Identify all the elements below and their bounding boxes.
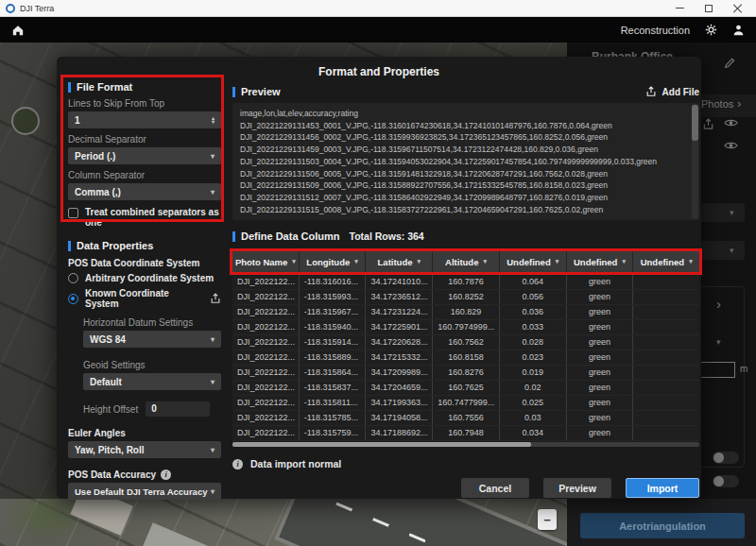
preview-line: DJI_20221229131509_0006_V.JPG,-118.31588… bbox=[240, 179, 684, 192]
column-header-label: Latitude bbox=[378, 257, 413, 267]
table-hscrollbar-track[interactable] bbox=[232, 442, 699, 447]
preview-scrollbar-thumb[interactable] bbox=[692, 105, 698, 141]
add-file-button[interactable]: Add File bbox=[645, 86, 699, 97]
chevron-down-icon: ▾ bbox=[354, 258, 358, 265]
table-cell: 34.17231224... bbox=[366, 305, 433, 319]
column-separator-select[interactable]: Comma (,) ▾ bbox=[68, 183, 221, 200]
pos-accuracy-select[interactable]: Use Default DJI Terra Accuracy ▾ bbox=[68, 483, 221, 500]
table-cell: 160.829 bbox=[433, 305, 500, 319]
table-cell: DJI_2022122... bbox=[232, 305, 300, 319]
table-row: DJI_2022122...-118.315759...34.17188692.… bbox=[232, 426, 699, 441]
table-cell: 0.02 bbox=[500, 381, 567, 395]
file-format-section-title: File Format bbox=[68, 81, 221, 93]
pos-accuracy-value: Use Default DJI Terra Accuracy bbox=[75, 486, 207, 497]
aerotriangulation-button[interactable]: Aerotriangulation bbox=[580, 513, 745, 538]
table-cell: 160.7948 bbox=[433, 426, 500, 440]
zoom-out-button[interactable]: − bbox=[538, 509, 557, 530]
column-separator-value: Comma (,) bbox=[75, 187, 121, 197]
column-header-dropdown[interactable]: Undefined▾ bbox=[567, 251, 634, 272]
table-cell: 0.034 bbox=[500, 426, 567, 440]
table-hscrollbar-thumb[interactable] bbox=[232, 442, 531, 447]
table-cell: green bbox=[567, 350, 634, 365]
table-cell: DJI_2022122... bbox=[232, 275, 300, 289]
table-cell bbox=[633, 290, 699, 304]
status-text: Data import normal bbox=[250, 458, 341, 469]
known-coordinate-radio[interactable] bbox=[68, 294, 78, 304]
chevron-down-icon: ▾ bbox=[483, 258, 487, 265]
lines-to-skip-stepper[interactable]: 1 ▴▾ bbox=[68, 111, 221, 128]
table-cell: DJI_2022122... bbox=[232, 366, 300, 380]
table-cell: -118.316016... bbox=[300, 275, 367, 289]
decimal-separator-value: Period (.) bbox=[75, 151, 115, 162]
window-titlebar: DJI Terra bbox=[0, 0, 756, 17]
lines-to-skip-label: Lines to Skip From Top bbox=[68, 98, 221, 109]
settings-gear-icon[interactable] bbox=[705, 24, 717, 36]
table-row: DJI_2022122...-118.315914...34.17220628.… bbox=[232, 335, 699, 350]
height-offset-input[interactable]: 0 bbox=[146, 401, 210, 417]
table-cell: 0.033 bbox=[500, 320, 567, 334]
column-header-dropdown[interactable]: Altitude▾ bbox=[433, 251, 500, 272]
import-button[interactable]: Import bbox=[626, 478, 699, 498]
table-cell: 0.019 bbox=[500, 366, 567, 380]
euler-angles-select[interactable]: Yaw, Pitch, Roll ▾ bbox=[68, 441, 221, 458]
table-cell: -118.315993... bbox=[300, 290, 367, 304]
preview-button[interactable]: Preview bbox=[543, 478, 611, 498]
table-cell bbox=[633, 366, 699, 380]
horizontal-datum-value: WGS 84 bbox=[90, 334, 126, 345]
close-icon[interactable] bbox=[733, 4, 743, 13]
stepper-arrows-icon[interactable]: ▴▾ bbox=[212, 116, 215, 125]
decimal-separator-select[interactable]: Period (.) ▾ bbox=[68, 147, 221, 164]
geoid-settings-select[interactable]: Default ▾ bbox=[83, 373, 221, 390]
combined-separators-checkbox[interactable] bbox=[68, 208, 78, 218]
table-cell: 34.17194058... bbox=[366, 411, 433, 425]
maximize-icon[interactable] bbox=[705, 5, 713, 12]
arbitrary-coordinate-radio[interactable] bbox=[68, 273, 78, 283]
add-file-label: Add File bbox=[662, 87, 699, 97]
table-cell: green bbox=[567, 411, 634, 425]
chevron-down-icon: ▾ bbox=[211, 335, 215, 344]
table-row: DJI_2022122...-118.315864...34.17209989.… bbox=[232, 366, 699, 381]
import-coordinate-icon[interactable] bbox=[210, 293, 221, 304]
user-account-icon[interactable] bbox=[732, 24, 745, 36]
table-row: DJI_2022122...-118.315785...34.17194058.… bbox=[232, 411, 699, 426]
info-icon[interactable]: i bbox=[161, 469, 171, 480]
table-cell bbox=[633, 396, 699, 410]
table-cell: -118.315759... bbox=[300, 426, 367, 440]
arbitrary-coordinate-label: Arbitrary Coordinate System bbox=[85, 273, 214, 283]
column-header-dropdown[interactable]: Photo Name▾ bbox=[232, 251, 300, 272]
horizontal-datum-label: Horizontal Datum Settings bbox=[83, 317, 221, 328]
cancel-button[interactable]: Cancel bbox=[461, 478, 529, 498]
column-header-row: Photo Name▾Longitude▾Latitude▾Altitude▾U… bbox=[232, 251, 699, 272]
chevron-down-icon: ▾ bbox=[689, 258, 693, 265]
table-cell: -118.315811... bbox=[300, 396, 367, 410]
table-cell: 0.025 bbox=[500, 396, 567, 410]
data-properties-section-title: Data Properties bbox=[68, 240, 221, 251]
geoid-settings-label: Geoid Settings bbox=[83, 360, 221, 370]
column-header-dropdown[interactable]: Undefined▾ bbox=[633, 251, 699, 272]
column-header-dropdown[interactable]: Undefined▾ bbox=[500, 251, 567, 272]
map-buildings bbox=[136, 522, 214, 546]
chevron-down-icon: ▾ bbox=[556, 258, 559, 265]
table-cell bbox=[633, 381, 699, 395]
home-icon[interactable] bbox=[11, 24, 25, 36]
table-cell: DJI_2022122... bbox=[232, 411, 300, 425]
column-header-dropdown[interactable]: Longitude▾ bbox=[300, 251, 367, 272]
table-cell: DJI_2022122... bbox=[232, 396, 300, 410]
column-header-dropdown[interactable]: Latitude▾ bbox=[366, 251, 433, 272]
table-row: DJI_2022122...-118.315811...34.17199363.… bbox=[232, 396, 699, 411]
column-header-label: Undefined bbox=[574, 257, 617, 267]
preview-line: DJI_20221229131515_0008_V.JPG,-118.31583… bbox=[240, 204, 684, 216]
minimize-icon[interactable] bbox=[676, 8, 684, 9]
table-cell: DJI_2022122... bbox=[232, 335, 300, 350]
data-table-body: DJI_2022122...-118.316016...34.17241010.… bbox=[232, 275, 699, 441]
table-cell: green bbox=[567, 366, 634, 380]
table-cell: -118.315837... bbox=[300, 381, 367, 395]
table-cell: 160.8158 bbox=[433, 350, 500, 365]
euler-angles-value: Yaw, Pitch, Roll bbox=[75, 445, 145, 455]
app-window: DJI Terra Reconstruction − Burbank Offi bbox=[0, 0, 756, 546]
table-cell: -118.315785... bbox=[300, 411, 367, 425]
table-row: DJI_2022122...-118.315993...34.17236512.… bbox=[232, 290, 699, 305]
table-cell: 0.03 bbox=[500, 411, 567, 425]
horizontal-datum-select[interactable]: WGS 84 ▾ bbox=[83, 331, 221, 348]
table-cell: 34.17215332... bbox=[366, 350, 433, 365]
